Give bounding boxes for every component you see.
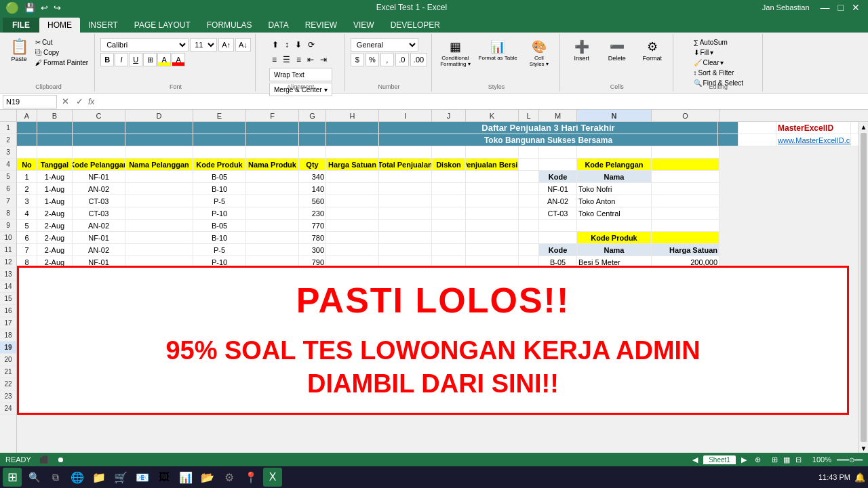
- cell-E1[interactable]: [193, 122, 246, 134]
- paste-button[interactable]: 📋 Paste: [7, 38, 31, 64]
- cell-C11[interactable]: AN-02: [73, 244, 125, 256]
- cell-E6[interactable]: B-10: [193, 183, 246, 195]
- cell-O3[interactable]: [652, 146, 719, 159]
- cell-N11[interactable]: Nama: [577, 244, 652, 256]
- cell-F3[interactable]: [246, 146, 299, 159]
- cell-I7[interactable]: [379, 195, 432, 207]
- cell-E7[interactable]: P-5: [193, 195, 246, 207]
- cell-H4[interactable]: Harga Satuan: [326, 159, 379, 171]
- cell-G1[interactable]: [299, 122, 326, 134]
- cell-I2[interactable]: Toko Bangunan Sukses Bersama: [379, 134, 718, 146]
- cell-K3[interactable]: [466, 146, 519, 159]
- cell-E10[interactable]: B-10: [193, 232, 246, 244]
- conditional-formatting-button[interactable]: ▦ ConditionalFormatting ▾: [437, 38, 473, 68]
- italic-button[interactable]: I: [115, 53, 128, 66]
- cell-H9[interactable]: [326, 220, 379, 232]
- formula-input[interactable]: [97, 98, 865, 106]
- cell-J5[interactable]: [432, 171, 466, 183]
- cell-E2[interactable]: [193, 134, 246, 146]
- zoom-slider[interactable]: ━━━⊙━━: [837, 456, 863, 464]
- cell-C1[interactable]: [73, 122, 125, 134]
- cell-G10[interactable]: 780: [299, 232, 326, 244]
- row-num-24[interactable]: 24: [0, 403, 16, 415]
- cell-I6[interactable]: [379, 183, 432, 195]
- cell-M5[interactable]: Kode: [539, 171, 577, 183]
- cell-K7[interactable]: [466, 195, 519, 207]
- col-header-E[interactable]: E: [193, 110, 246, 121]
- col-header-C[interactable]: C: [73, 110, 125, 121]
- row-num-8[interactable]: 8: [0, 207, 16, 220]
- name-box[interactable]: [3, 95, 57, 108]
- cell-A5[interactable]: 1: [17, 171, 37, 183]
- taskbar-search[interactable]: 🔍: [24, 468, 43, 487]
- cell-O8[interactable]: [652, 207, 719, 220]
- tab-developer[interactable]: DEVELOPER: [382, 18, 448, 33]
- cell-L3[interactable]: [519, 146, 539, 159]
- cell-H6[interactable]: [326, 183, 379, 195]
- col-header-L[interactable]: L: [519, 110, 539, 121]
- row-num-10[interactable]: 10: [0, 232, 16, 244]
- cell-I8[interactable]: [379, 207, 432, 220]
- underline-button[interactable]: U: [129, 53, 142, 66]
- text-angle-button[interactable]: ⟳: [305, 38, 317, 52]
- scroll-thumb[interactable]: [861, 133, 867, 442]
- cell-D8[interactable]: [125, 207, 193, 220]
- scroll-down-button[interactable]: ▼: [859, 443, 868, 453]
- cell-B7[interactable]: 1-Aug: [37, 195, 73, 207]
- cell-B5[interactable]: 1-Aug: [37, 171, 73, 183]
- cell-K10[interactable]: [466, 232, 519, 244]
- cell-O7[interactable]: [652, 195, 719, 207]
- cell-N10[interactable]: Kode Produk: [577, 232, 652, 244]
- cell-E4[interactable]: Kode Produk: [193, 159, 246, 171]
- row-num-12[interactable]: 12: [0, 256, 16, 268]
- cell-A6[interactable]: 2: [17, 183, 37, 195]
- cell-G4[interactable]: Qty: [299, 159, 326, 171]
- cell-L11[interactable]: [519, 244, 539, 256]
- add-sheet-button[interactable]: ⊕: [755, 455, 761, 464]
- cell-L5[interactable]: [519, 171, 539, 183]
- tab-view[interactable]: VIEW: [345, 18, 382, 33]
- cell-E8[interactable]: P-10: [193, 207, 246, 220]
- minimize-button[interactable]: —: [818, 2, 833, 13]
- number-format-select[interactable]: General: [351, 38, 418, 52]
- cell-D9[interactable]: [125, 220, 193, 232]
- cell-O6[interactable]: [652, 183, 719, 195]
- cell-M3[interactable]: [539, 146, 577, 159]
- cell-B11[interactable]: 2-Aug: [37, 244, 73, 256]
- col-header-N[interactable]: N: [577, 110, 652, 121]
- cell-N3[interactable]: [577, 146, 652, 159]
- cell-A1[interactable]: [17, 122, 37, 134]
- start-button[interactable]: ⊞: [3, 468, 22, 487]
- cell-M8[interactable]: CT-03: [539, 207, 577, 220]
- percent-button[interactable]: %: [366, 53, 379, 66]
- row-num-13[interactable]: 13: [0, 268, 16, 281]
- col-header-M[interactable]: M: [539, 110, 577, 121]
- cell-H10[interactable]: [326, 232, 379, 244]
- cell-J3[interactable]: [432, 146, 466, 159]
- cell-F10[interactable]: [246, 232, 299, 244]
- cell-F8[interactable]: [246, 207, 299, 220]
- cell-O4[interactable]: [652, 159, 719, 171]
- border-button[interactable]: ⊞: [143, 53, 157, 66]
- cell-I1[interactable]: Daftar Penjualan 3 Hari Terakhir: [379, 122, 718, 134]
- quick-access-redo[interactable]: ↪: [54, 3, 61, 13]
- cell-A2[interactable]: [17, 134, 37, 146]
- cell-D3[interactable]: [125, 146, 193, 159]
- cell-L6[interactable]: [519, 183, 539, 195]
- cell-K8[interactable]: [466, 207, 519, 220]
- cell-F6[interactable]: [246, 183, 299, 195]
- font-name-select[interactable]: Calibri: [100, 38, 189, 52]
- cell-D6[interactable]: [125, 183, 193, 195]
- row-num-22[interactable]: 22: [0, 378, 16, 390]
- cell-A3[interactable]: [17, 146, 37, 159]
- cell-B10[interactable]: 2-Aug: [37, 232, 73, 244]
- cell-O9[interactable]: [652, 220, 719, 232]
- autosum-button[interactable]: ∑ AutoSum: [692, 38, 730, 47]
- cell-N9[interactable]: [577, 220, 652, 232]
- cell-I5[interactable]: [379, 171, 432, 183]
- cell-N1[interactable]: MasterExcelID: [776, 122, 851, 134]
- cell-O2[interactable]: [851, 134, 859, 146]
- cell-K5[interactable]: [466, 171, 519, 183]
- cell-D7[interactable]: [125, 195, 193, 207]
- cell-A7[interactable]: 3: [17, 195, 37, 207]
